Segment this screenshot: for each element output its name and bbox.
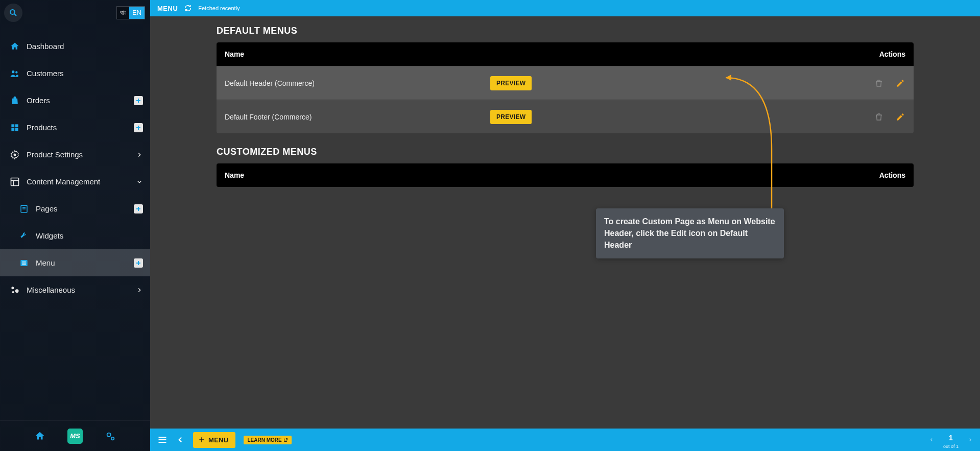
- sidebar-item-label: Widgets: [36, 231, 63, 240]
- pencil-icon: [896, 79, 905, 88]
- chevron-right-icon: [136, 151, 143, 158]
- sidebar-item-customers[interactable]: Customers: [0, 60, 150, 87]
- chevron-right-icon: [136, 287, 143, 294]
- boxes-icon: [9, 122, 20, 133]
- col-name: Name: [225, 171, 870, 179]
- svg-point-3: [15, 71, 17, 73]
- sidebar-item-content-management[interactable]: Content Management: [0, 168, 150, 195]
- sidebar-item-label: Products: [27, 123, 57, 132]
- sidebar-item-pages[interactable]: Pages: [0, 195, 150, 222]
- delete-button[interactable]: [874, 78, 884, 88]
- sidebar-top: বাং EN: [0, 0, 150, 26]
- gear-icon: [9, 149, 20, 160]
- add-icon[interactable]: [134, 96, 143, 105]
- row-name: Default Header (Commerce): [225, 79, 490, 87]
- search-icon: [9, 8, 18, 17]
- home-icon: [9, 41, 20, 52]
- table-header: Name Actions: [217, 163, 914, 187]
- row-name: Default Footer (Commerce): [225, 113, 490, 121]
- section-default-menus: DEFAULT MENUS: [217, 26, 914, 36]
- external-link-icon: [283, 438, 288, 442]
- sidebar-item-products[interactable]: Products: [0, 114, 150, 141]
- top-bar: MENU Fetched recently: [150, 0, 980, 16]
- svg-point-23: [111, 437, 114, 440]
- refresh-icon: [184, 4, 192, 12]
- sidebar: বাং EN Dashboard Customers Orders Produc…: [0, 0, 150, 451]
- footer-home-button[interactable]: [33, 429, 47, 443]
- sidebar-item-label: Orders: [27, 96, 50, 105]
- lang-bn[interactable]: বাং: [117, 7, 129, 19]
- col-actions: Actions: [870, 50, 905, 58]
- hamburger-button[interactable]: [157, 435, 168, 445]
- edit-button[interactable]: [895, 78, 905, 88]
- trash-icon: [874, 79, 883, 88]
- sidebar-item-dashboard[interactable]: Dashboard: [0, 33, 150, 60]
- chevron-right-icon: [968, 437, 973, 442]
- svg-rect-7: [15, 128, 18, 131]
- fetch-status: Fetched recently: [198, 5, 240, 11]
- learn-more-label: LEARN MORE: [247, 437, 281, 443]
- plus-icon: [198, 436, 205, 443]
- edit-button[interactable]: [895, 112, 905, 122]
- svg-rect-4: [11, 124, 14, 127]
- bag-icon: [9, 95, 20, 106]
- pencil-icon: [896, 112, 905, 122]
- sidebar-item-menu[interactable]: Menu: [0, 249, 150, 276]
- trash-icon: [874, 112, 883, 122]
- preview-button[interactable]: PREVIEW: [490, 110, 532, 124]
- sidebar-item-product-settings[interactable]: Product Settings: [0, 141, 150, 168]
- footer-ms-button[interactable]: MS: [67, 429, 83, 444]
- preview-button[interactable]: PREVIEW: [490, 76, 532, 90]
- gears-icon: [105, 431, 116, 442]
- back-button[interactable]: [176, 435, 185, 444]
- svg-rect-9: [11, 178, 19, 185]
- misc-icon: [9, 284, 20, 296]
- sidebar-item-orders[interactable]: Orders: [0, 87, 150, 114]
- chevron-left-icon: [929, 437, 934, 442]
- chevron-down-icon: [136, 178, 143, 185]
- delete-button[interactable]: [874, 112, 884, 122]
- bottom-bar: MENU LEARN MORE 1 out of 1: [150, 429, 980, 451]
- default-menus-table: Name Actions Default Header (Commerce) P…: [217, 42, 914, 133]
- svg-point-20: [15, 289, 19, 293]
- sidebar-item-miscellaneous[interactable]: Miscellaneous: [0, 276, 150, 303]
- col-actions: Actions: [870, 171, 905, 179]
- lang-en[interactable]: EN: [129, 7, 145, 19]
- pager-prev[interactable]: [929, 437, 934, 442]
- svg-rect-5: [15, 124, 18, 127]
- footer-settings-button[interactable]: [103, 429, 117, 443]
- add-icon[interactable]: [134, 204, 143, 213]
- add-menu-label: MENU: [208, 436, 228, 444]
- table-row: Default Footer (Commerce) PREVIEW: [217, 100, 914, 133]
- table-row: Default Header (Commerce) PREVIEW: [217, 66, 914, 100]
- add-icon[interactable]: [134, 258, 143, 268]
- sidebar-item-widgets[interactable]: Widgets: [0, 222, 150, 249]
- svg-line-1: [14, 14, 16, 16]
- svg-point-19: [11, 287, 14, 289]
- refresh-button[interactable]: [184, 4, 192, 12]
- add-icon[interactable]: [134, 123, 143, 132]
- pager-next[interactable]: [968, 437, 973, 442]
- layout-icon: [9, 176, 20, 187]
- pager-current: 1: [949, 434, 953, 441]
- add-menu-button[interactable]: MENU: [193, 432, 235, 448]
- home-icon: [34, 431, 45, 442]
- customized-menus-table: Name Actions: [217, 163, 914, 187]
- svg-point-0: [10, 10, 15, 14]
- sidebar-item-label: Pages: [36, 204, 58, 213]
- pager: 1 out of 1: [929, 434, 973, 446]
- instruction-tooltip: To create Custom Page as Menu on Website…: [596, 208, 784, 258]
- svg-point-21: [12, 291, 14, 293]
- language-toggle: বাং EN: [116, 6, 145, 19]
- svg-point-2: [12, 70, 14, 73]
- table-header: Name Actions: [217, 42, 914, 66]
- pager-info: 1 out of 1: [943, 434, 959, 446]
- main-content: DEFAULT MENUS Name Actions Default Heade…: [150, 16, 980, 429]
- pager-total: out of 1: [943, 444, 959, 449]
- search-button[interactable]: [4, 4, 22, 22]
- sidebar-nav: Dashboard Customers Orders Products Prod…: [0, 26, 150, 420]
- svg-point-8: [14, 153, 16, 156]
- learn-more-button[interactable]: LEARN MORE: [244, 436, 291, 444]
- chevron-left-icon: [176, 435, 185, 444]
- sidebar-item-label: Product Settings: [27, 150, 83, 159]
